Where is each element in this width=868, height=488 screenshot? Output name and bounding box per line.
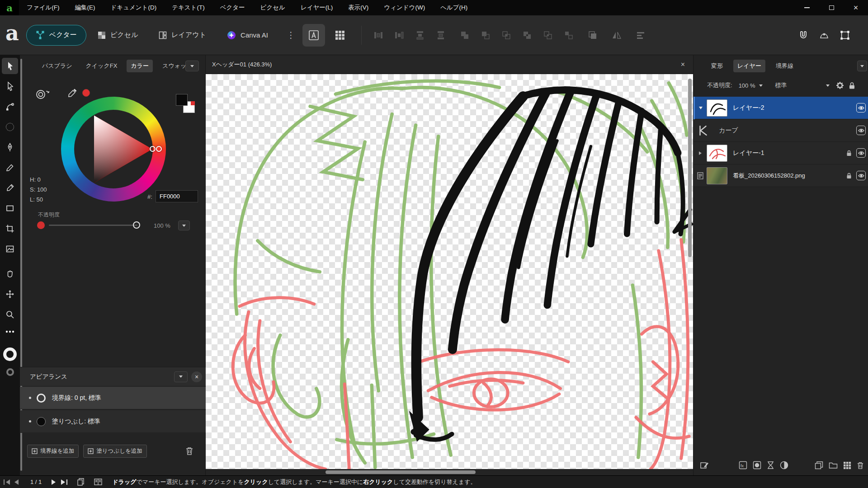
triangle-selector-marker[interactable]: [150, 146, 156, 152]
panel-options-chevron[interactable]: [185, 61, 199, 71]
blend-mode-dropdown[interactable]: 標準: [775, 81, 830, 89]
menu-vector[interactable]: ベクター: [212, 0, 253, 15]
layer-lock-icon[interactable]: [846, 173, 852, 179]
zoom-tool[interactable]: [2, 306, 18, 323]
pencil-tool[interactable]: [2, 160, 18, 176]
menu-pixel[interactable]: ピクセル: [253, 0, 293, 15]
layer-row-curve[interactable]: カーブ: [693, 119, 868, 142]
tab-path-brush[interactable]: パスブラシ: [38, 60, 76, 72]
persona-canva-ai[interactable]: Canva AI: [217, 25, 278, 46]
tab-quick-fx[interactable]: クイックFX: [82, 60, 122, 72]
contour-preview-icon[interactable]: [819, 30, 830, 41]
menu-document[interactable]: ドキュメント(D): [103, 0, 165, 15]
fill-swatch-icon[interactable]: [37, 417, 46, 426]
character-panel-button[interactable]: [302, 24, 325, 47]
first-page-icon[interactable]: [4, 479, 10, 485]
pages-icon[interactable]: [77, 478, 84, 486]
layer-visibility-eye-icon[interactable]: [856, 126, 866, 135]
tab-color[interactable]: カラー: [127, 60, 153, 72]
delete-layer-trash-icon[interactable]: [857, 461, 864, 469]
menu-window[interactable]: ウィンドウ(W): [376, 0, 433, 15]
tab-layers[interactable]: レイヤー: [733, 60, 765, 72]
appearance-close-icon[interactable]: ×: [191, 371, 202, 382]
last-page-icon[interactable]: [61, 479, 67, 485]
layer-row-image[interactable]: 看板_20260306152802.png: [693, 164, 868, 187]
menu-text[interactable]: テキスト(T): [164, 0, 212, 15]
opacity-slider-knob[interactable]: [133, 221, 140, 229]
persona-layout[interactable]: レイアウト: [149, 25, 216, 46]
layer-lock-icon[interactable]: [846, 150, 852, 156]
transform-handles-icon[interactable]: [840, 30, 850, 41]
node-tool[interactable]: [2, 78, 18, 94]
color-wheel-mode-icon[interactable]: [35, 88, 51, 100]
fill-tool[interactable]: [2, 180, 18, 196]
mask-timer-icon[interactable]: [767, 461, 774, 469]
layer-thumbnail[interactable]: [707, 145, 727, 162]
layer-expand-chevron[interactable]: [695, 107, 707, 109]
blend-gear-icon[interactable]: [836, 81, 844, 89]
mask-layer-icon[interactable]: [753, 461, 761, 469]
menu-file[interactable]: ファイル(F): [19, 0, 67, 15]
layer-visibility-eye-icon[interactable]: [856, 148, 866, 158]
hue-ring-marker[interactable]: [156, 146, 162, 152]
close-icon[interactable]: ×: [844, 0, 868, 15]
stack-layers-icon[interactable]: [815, 461, 823, 469]
group-layers-folder-icon[interactable]: [829, 461, 838, 469]
picked-color-dot[interactable]: [82, 89, 90, 97]
opacity-dropdown-chevron[interactable]: [178, 221, 190, 230]
add-stroke-button[interactable]: 境界線を追加: [27, 445, 79, 458]
move-tool[interactable]: [2, 58, 18, 74]
next-page-icon[interactable]: [52, 479, 56, 485]
picture-frame-tool[interactable]: [2, 241, 18, 257]
crop-tool[interactable]: [2, 221, 18, 237]
corner-tool[interactable]: [2, 99, 18, 115]
layer-opacity-dropdown[interactable]: 100 %: [739, 82, 763, 89]
persona-pixel[interactable]: ピクセル: [88, 25, 147, 46]
right-panel-chevron[interactable]: [857, 61, 867, 71]
stroke-swatch-icon[interactable]: [37, 394, 46, 403]
menu-layer[interactable]: レイヤー(L): [293, 0, 340, 15]
canvas-vertical-scrollbar[interactable]: [688, 79, 692, 257]
document-close-icon[interactable]: ×: [681, 61, 685, 69]
persona-vector[interactable]: ベクター: [26, 25, 86, 46]
tab-transform[interactable]: 変形: [707, 60, 727, 72]
appearance-trash-icon[interactable]: [185, 446, 193, 455]
layer-thumbnail[interactable]: [707, 99, 727, 117]
secondary-color-well[interactable]: [2, 366, 18, 377]
protect-alpha-lock-icon[interactable]: [849, 82, 855, 89]
document-tab-title[interactable]: Xヘッダー01 (426.3%): [212, 61, 272, 69]
more-options-icon[interactable]: ⋮: [287, 30, 295, 40]
layer-row-1[interactable]: レイヤー-1: [693, 142, 868, 164]
menu-edit[interactable]: 編集(E): [67, 0, 103, 15]
layer-expand-chevron[interactable]: [693, 151, 707, 155]
adjustment-icon[interactable]: [780, 461, 788, 469]
add-fill-button[interactable]: 塗りつぶしを追加: [83, 445, 146, 458]
eyedropper-icon[interactable]: [67, 88, 78, 99]
edit-all-layers-icon[interactable]: [700, 461, 709, 470]
more-tools-icon[interactable]: [2, 327, 18, 337]
color-selector-well[interactable]: [2, 346, 18, 362]
appearance-chevron[interactable]: [174, 371, 188, 382]
snapping-icon[interactable]: [798, 30, 809, 41]
zoom-pan-tool[interactable]: [2, 286, 18, 302]
spread-icon[interactable]: [94, 479, 102, 485]
canvas[interactable]: [206, 74, 693, 469]
new-layer-grid-icon[interactable]: [843, 461, 851, 469]
layer-thumbnail[interactable]: [707, 167, 727, 184]
tab-stroke[interactable]: 境界線: [772, 60, 797, 72]
live-filter-icon[interactable]: fx: [739, 461, 747, 469]
menu-help[interactable]: ヘルプ(H): [433, 0, 475, 15]
grid-view-button[interactable]: [329, 24, 351, 47]
layer-visibility-eye-icon[interactable]: [856, 171, 866, 180]
selection-brush-tool[interactable]: [2, 119, 18, 135]
curve-thumbnail[interactable]: [697, 125, 711, 136]
layer-row-2[interactable]: レイヤー-2: [693, 97, 868, 119]
canvas-horizontal-scrollbar-track[interactable]: [206, 469, 693, 475]
appearance-stroke-row[interactable]: 境界線: 0 pt, 標準: [20, 387, 206, 409]
appearance-fill-row[interactable]: 塗りつぶし: 標準: [20, 410, 206, 433]
fill-stroke-swatches[interactable]: [176, 94, 197, 115]
pen-tool[interactable]: [2, 139, 18, 155]
canvas-horizontal-scrollbar[interactable]: [326, 470, 476, 474]
maximize-icon[interactable]: [819, 0, 844, 15]
previous-page-icon[interactable]: [14, 479, 19, 485]
